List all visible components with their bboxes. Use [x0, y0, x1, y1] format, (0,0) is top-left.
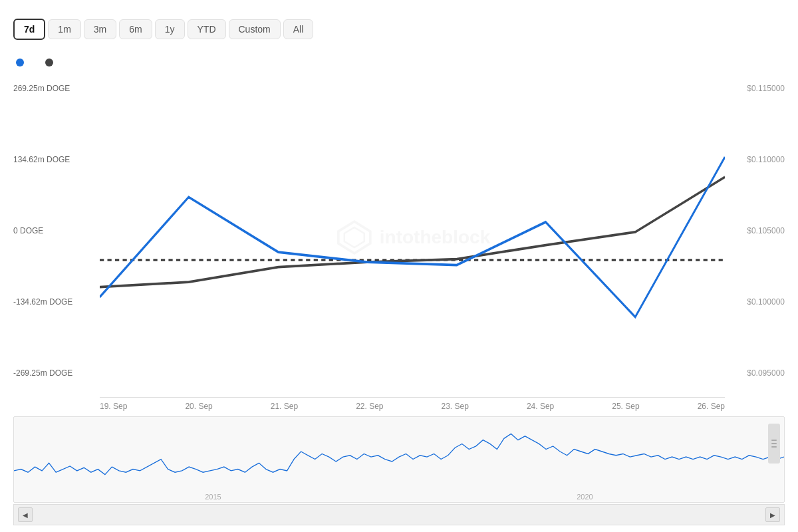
scroll-nav: ◀ ▶: [13, 504, 785, 525]
legend: [13, 59, 785, 66]
y-left-label: 0 DOGE: [13, 226, 94, 235]
chart-plot: intotheblock: [100, 77, 725, 398]
y-axis-left: 269.25m DOGE134.62m DOGE0 DOGE-134.62m D…: [13, 77, 100, 398]
x-axis-label: 19. Sep: [100, 402, 127, 411]
time-btn-3m[interactable]: 3m: [84, 19, 116, 39]
mini-x-labels: 20152020: [14, 493, 784, 501]
y-left-label: -269.25m DOGE: [13, 368, 94, 378]
y-right-label: $0.105000: [730, 226, 785, 235]
time-btn-custom[interactable]: Custom: [229, 19, 281, 39]
time-range-bar: 7d1m3m6m1yYTDCustomAll: [13, 13, 785, 45]
x-axis-label: 21. Sep: [271, 402, 298, 411]
time-btn-1m[interactable]: 1m: [48, 19, 80, 39]
time-btn-ytd[interactable]: YTD: [188, 19, 226, 39]
scroll-right-button[interactable]: ▶: [765, 507, 780, 522]
x-axis-label: 24. Sep: [527, 402, 554, 411]
x-axis-label: 25. Sep: [612, 402, 639, 411]
mini-x-label: 2020: [577, 493, 593, 501]
scroll-line-3: [771, 446, 777, 448]
y-right-label: $0.110000: [730, 155, 785, 164]
page-container: 7d1m3m6m1yYTDCustomAll 269.25m DOGE134.6…: [0, 0, 798, 532]
chart-wrapper: 269.25m DOGE134.62m DOGE0 DOGE-134.62m D…: [13, 77, 785, 525]
y-right-label: $0.100000: [730, 297, 785, 307]
x-axis-label: 20. Sep: [185, 402, 212, 411]
x-axis: 19. Sep20. Sep21. Sep22. Sep23. Sep24. S…: [100, 398, 725, 411]
time-btn-7d[interactable]: 7d: [13, 19, 45, 40]
time-btn-6m[interactable]: 6m: [119, 19, 152, 39]
x-axis-label: 22. Sep: [356, 402, 383, 411]
x-axis-label: 26. Sep: [698, 402, 725, 411]
mini-chart: 20152020: [13, 416, 785, 503]
scroll-left-button[interactable]: ◀: [18, 507, 33, 522]
y-left-label: -134.62m DOGE: [13, 297, 94, 307]
legend-price: [45, 59, 59, 66]
scroll-line-1: [771, 440, 777, 441]
scroll-handle[interactable]: [768, 424, 780, 464]
main-chart-area: 269.25m DOGE134.62m DOGE0 DOGE-134.62m D…: [13, 77, 785, 398]
time-btn-all[interactable]: All: [283, 19, 314, 39]
x-axis-label: 23. Sep: [442, 402, 469, 411]
y-right-label: $0.115000: [730, 84, 785, 93]
netflow-dot: [16, 59, 24, 66]
y-left-label: 269.25m DOGE: [13, 84, 94, 93]
y-axis-right: $0.115000$0.110000$0.105000$0.100000$0.0…: [725, 77, 785, 398]
mini-chart-inner: [14, 417, 784, 486]
time-btn-1y[interactable]: 1y: [155, 19, 185, 39]
y-right-label: $0.095000: [730, 368, 785, 378]
mini-x-label: 2015: [205, 493, 221, 501]
y-left-label: 134.62m DOGE: [13, 155, 94, 164]
legend-netflow: [16, 59, 29, 66]
scroll-line-2: [771, 443, 777, 444]
price-dot: [45, 59, 53, 66]
